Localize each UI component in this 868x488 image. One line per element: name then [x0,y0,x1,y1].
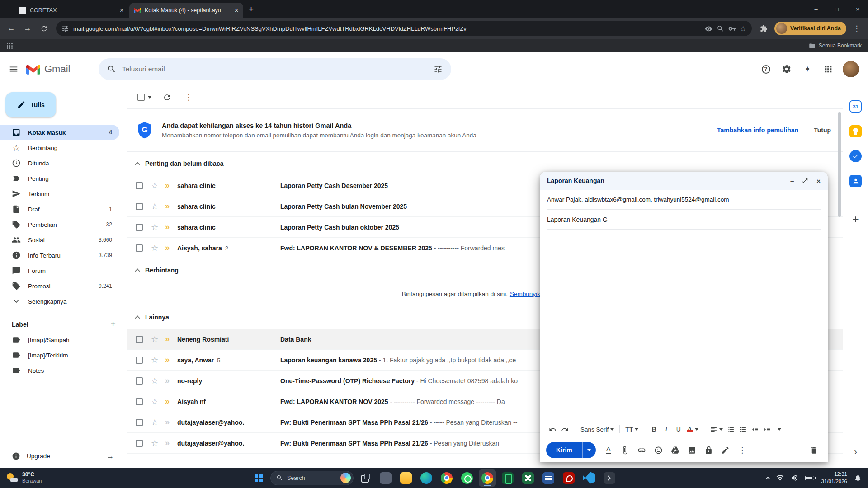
banner-action-link[interactable]: Tambahkan info pemulihan [717,127,798,134]
profile-verify-chip[interactable]: Verifikasi diri Anda [774,22,846,35]
volume-icon[interactable] [791,474,798,482]
all-bookmarks[interactable]: Semua Bookmark [809,42,862,49]
tab-coretax[interactable]: CORETAX × [14,3,128,18]
sidebar-item-more[interactable]: Selengkapnya [0,294,119,309]
row-checkbox[interactable] [136,398,143,405]
attach-file-icon[interactable] [618,442,633,458]
excel-icon[interactable] [519,469,537,487]
keep-icon[interactable] [849,125,862,137]
compose-minimize-icon[interactable]: – [790,177,794,185]
importance-marker-icon[interactable]: » [162,243,173,253]
collapse-chevron-icon[interactable] [135,162,140,167]
window-maximize-button[interactable]: □ [826,0,847,18]
upgrade-link[interactable]: Upgrade → [12,452,114,460]
chrome-icon[interactable] [438,469,455,487]
sidebar-item-important[interactable]: Penting [0,171,119,186]
search-input[interactable] [122,65,428,73]
indent-more-icon[interactable] [762,423,773,436]
tab-close-icon[interactable]: × [232,6,241,14]
window-close-button[interactable]: × [847,0,868,18]
select-all-checkbox[interactable] [135,94,154,101]
italic-icon[interactable]: I [660,423,672,436]
row-star-icon[interactable]: ☆ [149,438,160,448]
importance-marker-icon[interactable]: » [162,418,173,427]
row-checkbox[interactable] [136,357,143,364]
battery-icon[interactable] [805,476,814,480]
list-scrollbar[interactable] [838,112,841,217]
search-filter-icon[interactable] [428,59,448,80]
sidebar-item-starred[interactable]: ☆ Berbintang [0,140,119,155]
word-icon[interactable] [540,469,557,487]
account-avatar[interactable] [843,61,859,77]
underline-icon[interactable]: U [673,423,684,436]
search-bar[interactable] [99,58,451,80]
edge-icon[interactable] [418,469,435,487]
more-options-icon[interactable]: ⋮ [735,442,750,458]
file-explorer-icon[interactable] [397,469,415,487]
chrome-active-icon[interactable] [479,469,496,487]
row-star-icon[interactable]: ☆ [149,397,160,407]
collapse-chevron-icon[interactable] [135,315,140,320]
row-checkbox[interactable] [136,336,143,343]
sidebar-item-sent[interactable]: Terkirim [0,186,119,202]
site-info-icon[interactable] [61,25,69,33]
help-icon[interactable]: ? [756,59,776,79]
bookmark-star-icon[interactable]: ☆ [740,24,746,33]
row-star-icon[interactable]: ☆ [149,222,160,232]
gmail-logo[interactable]: Gmail [26,63,80,75]
sidebar-item-promotions[interactable]: Promosi 9.241 [0,278,119,294]
tab-close-icon[interactable]: × [118,6,126,14]
send-options-icon[interactable] [582,442,596,458]
subject-field[interactable]: Laporan Keuangan G [547,210,821,230]
browser-menu-icon[interactable]: ⋮ [849,21,864,36]
importance-marker-icon[interactable]: » [162,181,173,190]
importance-marker-icon[interactable]: » [162,438,173,448]
discard-draft-icon[interactable] [806,442,821,458]
select-dropdown-icon[interactable] [148,96,151,99]
back-button[interactable]: ← [4,21,19,36]
message-body[interactable] [540,230,828,421]
importance-marker-icon[interactable]: » [162,355,173,365]
align-icon[interactable] [708,423,724,436]
indent-less-icon[interactable] [750,423,761,436]
weather-widget[interactable]: 30°C Berawan [0,468,48,488]
vscode-icon[interactable] [580,469,598,487]
sidebar-item-snoozed[interactable]: Ditunda [0,155,119,171]
phone-link-icon[interactable] [499,469,516,487]
forward-button[interactable]: → [20,21,35,36]
undo-icon[interactable] [547,423,558,436]
get-addons-icon[interactable]: + [852,213,859,225]
formatting-options-icon[interactable]: A [601,442,616,458]
start-button[interactable] [250,469,267,487]
text-color-icon[interactable]: A [685,423,699,436]
create-label-button[interactable]: + [110,319,116,329]
task-view-button[interactable] [357,469,374,487]
hidden-icons-chevron[interactable] [766,476,770,481]
compose-expand-icon[interactable] [802,178,808,184]
monitor-app-icon[interactable] [377,469,394,487]
recipients-field[interactable]: Anwar Pajak, aldiswbtax6@gmail.com, triw… [547,190,821,210]
gemini-icon[interactable]: ✦ [797,59,817,79]
row-checkbox[interactable] [136,203,143,210]
row-checkbox[interactable] [136,244,143,252]
importance-marker-icon[interactable]: » [162,376,173,385]
sidebar-label-terkirim[interactable]: [Imap]/Terkirim [0,347,119,363]
tab-gmail[interactable]: Kotak Masuk (4) - septiani.ayu × [129,3,243,18]
row-star-icon[interactable]: ☆ [149,202,160,211]
importance-marker-icon[interactable]: » [162,397,173,406]
passkey-icon[interactable] [728,25,736,33]
insert-link-icon[interactable] [634,442,650,458]
password-eye-icon[interactable] [705,25,712,33]
sidebar-item-purchases[interactable]: Pembelian 32 [0,217,119,232]
compose-button[interactable]: Tulis [5,92,56,117]
redo-icon[interactable] [559,423,571,436]
row-star-icon[interactable]: ☆ [149,243,160,253]
importance-marker-icon[interactable]: » [162,202,173,211]
reload-button[interactable] [36,21,52,36]
settings-gear-icon[interactable] [777,59,797,79]
collapse-chevron-icon[interactable] [135,268,140,273]
more-formatting-icon[interactable] [774,423,785,436]
compose-header[interactable]: Laporan Keuangan – × [540,172,828,190]
row-checkbox[interactable] [136,440,143,447]
sidebar-item-inbox[interactable]: Kotak Masuk 4 [0,125,119,140]
